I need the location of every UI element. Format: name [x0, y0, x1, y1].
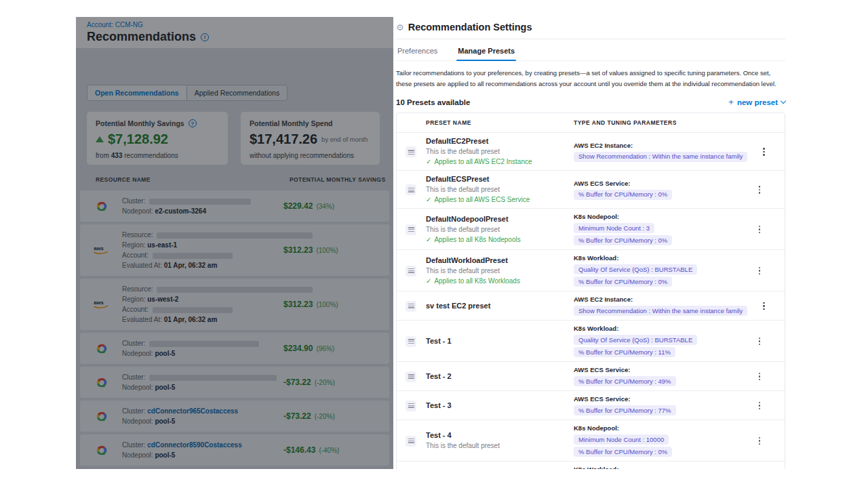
preset-type-label: K8s Workload: — [574, 254, 743, 262]
kebab-dot — [759, 232, 761, 234]
preset-row: Test - 1K8s Workload:Quality Of Service … — [397, 320, 785, 361]
drag-handle-icon[interactable] — [406, 146, 416, 157]
kebab-dot — [759, 267, 761, 269]
preset-name: DefaultWorkloadPreset — [426, 256, 574, 265]
tuning-pill: Quality Of Service (QoS) : BURSTABLE — [574, 335, 697, 345]
preset-default-note: This is the default preset — [426, 148, 574, 156]
tuning-parameters-cell: K8s Nodepool:Minimum Node Count : 10000%… — [574, 424, 743, 457]
kebab-dot — [759, 408, 761, 410]
modal-backdrop[interactable] — [76, 17, 393, 469]
kebab-dot — [759, 338, 761, 340]
kebab-dot — [763, 305, 765, 307]
kebab-dot — [759, 189, 761, 191]
drag-handle-icon[interactable] — [406, 301, 416, 312]
settings-tabs: Preferences Manage Presets — [396, 40, 785, 61]
kebab-dot — [763, 302, 765, 304]
preset-applies: ✓Applies to all AWS ECS Service — [426, 196, 574, 204]
kebab-menu-button[interactable] — [756, 370, 764, 384]
tuning-pill: Show Recommendation : Within the same in… — [574, 152, 747, 162]
drag-handle-icon[interactable] — [406, 266, 416, 277]
tuning-pill: % Buffer for CPU/Memory : 0% — [574, 447, 672, 457]
tuning-pills: Show Recommendation : Within the same in… — [574, 152, 747, 162]
check-icon: ✓ — [426, 158, 431, 166]
preset-name: Test - 3 — [426, 401, 574, 410]
drag-lines — [408, 339, 414, 344]
divider — [396, 39, 785, 39]
preset-type-label: K8s Workload: — [574, 466, 743, 469]
kebab-dot — [759, 440, 761, 442]
drag-handle-icon[interactable] — [406, 224, 416, 235]
preset-applies-text: Applies to all K8s Nodepools — [434, 236, 520, 244]
preset-name-cell: DefaultECSPresetThis is the default pres… — [426, 175, 574, 204]
recommendations-page: Account: CCM-NG Recommendations i Open R… — [76, 17, 393, 469]
kebab-dot — [759, 192, 761, 194]
new-preset-button[interactable]: + new preset — [728, 97, 785, 107]
preset-name-cell: Test - 4This is the default preset — [426, 431, 574, 450]
tuning-parameters-cell: AWS ECS Service:% Buffer for CPU/Memory … — [574, 395, 743, 415]
tuning-pills: Minimum Node Count : 3% Buffer for CPU/M… — [574, 223, 743, 245]
kebab-menu-button[interactable] — [760, 145, 768, 159]
check-icon: ✓ — [426, 277, 431, 285]
tuning-pill: % Buffer for CPU/Memory : 77% — [574, 405, 676, 415]
tuning-parameters-cell: AWS EC2 Instance:Show Recommendation : W… — [574, 296, 747, 316]
tuning-pills: % Buffer for CPU/Memory : 77% — [574, 405, 743, 415]
kebab-dot — [763, 154, 765, 156]
kebab-menu-button[interactable] — [756, 399, 764, 413]
tuning-pill: % Buffer for CPU/Memory : 49% — [574, 376, 676, 386]
tuning-parameters-cell: K8s Workload:Quality Of Service (QoS) : … — [574, 254, 743, 287]
preset-name-cell: DefaultEC2PresetThis is the default pres… — [426, 137, 574, 166]
kebab-dot — [759, 273, 761, 275]
tuning-pill: % Buffer for CPU/Memory : 0% — [574, 235, 672, 245]
preset-row: Test - 4This is the default presetK8s No… — [397, 420, 785, 461]
kebab-dot — [763, 148, 765, 150]
kebab-menu-button[interactable] — [756, 264, 764, 278]
drag-handle-icon[interactable] — [406, 436, 416, 447]
preset-row: sv test EC2 presetAWS EC2 Instance:Show … — [397, 291, 785, 320]
kebab-menu-button[interactable] — [756, 434, 764, 448]
tab-manage-presets[interactable]: Manage Presets — [456, 40, 516, 60]
preset-row: Test - 2AWS ECS Service:% Buffer for CPU… — [397, 361, 785, 390]
preset-name: Test - 4 — [426, 431, 574, 440]
preset-row: DefaultECSPresetThis is the default pres… — [397, 170, 785, 208]
kebab-menu-button[interactable] — [756, 183, 764, 197]
preset-row: DefaultWorkloadPresetThis is the default… — [397, 249, 785, 291]
drag-handle-icon[interactable] — [406, 336, 416, 347]
tuning-pill: Minimum Node Count : 10000 — [574, 434, 669, 445]
kebab-menu-button[interactable] — [756, 335, 764, 348]
drag-lines — [408, 188, 414, 192]
drag-handle-icon[interactable] — [406, 401, 416, 411]
tuning-pills: Show Recommendation : Within the same in… — [574, 306, 747, 316]
kebab-dot — [759, 186, 761, 188]
preset-type-label: AWS EC2 Instance: — [574, 142, 747, 150]
kebab-dot — [759, 228, 761, 230]
kebab-menu-button[interactable] — [760, 300, 768, 313]
kebab-dot — [759, 379, 761, 381]
preset-applies: ✓Applies to all AWS EC2 Instance — [426, 158, 574, 166]
kebab-dot — [759, 226, 761, 228]
col-preset-name: PRESET NAME — [426, 119, 574, 126]
preset-type-label: AWS ECS Service: — [574, 366, 743, 374]
drag-lines — [408, 268, 414, 273]
kebab-dot — [759, 340, 761, 342]
tuning-parameters-cell: AWS ECS Service:% Buffer for CPU/Memory … — [574, 180, 743, 200]
preset-name: Test - 1 — [426, 337, 574, 346]
tuning-pill: % Buffer for CPU/Memory : 11% — [574, 347, 675, 357]
kebab-dot — [759, 344, 761, 346]
tuning-pills: % Buffer for CPU/Memory : 0% — [574, 190, 743, 200]
preset-name-cell: Test - 2 — [426, 372, 574, 381]
preset-table-header: PRESET NAME TYPE AND TUNING PARAMETERS — [397, 113, 785, 132]
preset-name: Test - 2 — [426, 372, 574, 381]
drag-handle-icon[interactable] — [406, 184, 416, 195]
preset-table: PRESET NAME TYPE AND TUNING PARAMETERS D… — [396, 113, 785, 469]
kebab-menu-button[interactable] — [756, 223, 764, 237]
tuning-pill: Show Recommendation : Within the same in… — [574, 306, 747, 316]
preset-name: DefaultECSPreset — [426, 175, 574, 184]
check-icon: ✓ — [426, 236, 431, 244]
preset-type-label: K8s Nodepool: — [574, 424, 743, 432]
kebab-dot — [759, 373, 761, 375]
drag-lines — [408, 304, 414, 308]
preset-name-cell: Test - 3 — [426, 401, 574, 410]
tab-preferences[interactable]: Preferences — [396, 40, 439, 60]
drag-lines — [408, 150, 414, 155]
drag-handle-icon[interactable] — [406, 371, 416, 382]
